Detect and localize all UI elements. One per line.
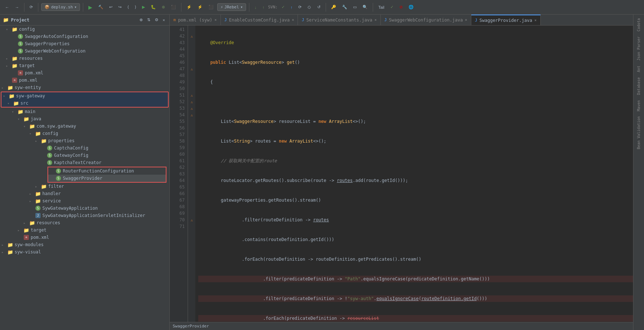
- toolbar-btn-checkmark[interactable]: ✓: [388, 4, 396, 11]
- forward-button[interactable]: →: [13, 4, 21, 11]
- tree-item-swagger-web[interactable]: S SwaggerWebConfiguration: [0, 47, 169, 55]
- play2-button[interactable]: ▶: [140, 4, 147, 11]
- debug-button[interactable]: 🐛: [149, 4, 158, 11]
- tree-item-target2[interactable]: ▸ 📁 target: [0, 226, 169, 234]
- tab-enable-close[interactable]: ×: [292, 18, 294, 22]
- sidebar-btn-4[interactable]: ×: [161, 17, 166, 23]
- tree-item-captcha[interactable]: S CaptchaConfig: [0, 144, 169, 152]
- tab-swagger-web-close[interactable]: ×: [465, 18, 467, 22]
- tree-item-properties[interactable]: ▸ 📁 properties: [0, 137, 169, 144]
- tree-label-syw-entity: syw-entity: [15, 85, 41, 90]
- toolbar-btn-translate[interactable]: 🌐: [406, 4, 416, 11]
- sidebar-btn-3[interactable]: ⚙: [153, 17, 160, 23]
- tree-item-main[interactable]: ▾ 📁 main: [0, 108, 169, 115]
- filename-bar: SwaggerProvider: [170, 322, 633, 330]
- tree-item-swagger-props[interactable]: S SwaggerProperties: [0, 40, 169, 47]
- tree-item-syw-servlet[interactable]: J SywGatewayApplicationServletInitialize…: [0, 212, 169, 219]
- refresh-button[interactable]: ⟳: [27, 4, 35, 11]
- tab-swagger-provider[interactable]: J SwaggerProvider.java ×: [471, 15, 541, 26]
- stop-button[interactable]: ⬛: [169, 4, 178, 11]
- tree-item-pom2[interactable]: m pom.xml: [0, 77, 169, 84]
- toolbar-btn-rect[interactable]: ▭: [351, 4, 359, 11]
- tree-item-syw-visual[interactable]: ▸ 📁 syw-visual: [0, 248, 169, 256]
- toolbar-btn-5[interactable]: ⚡: [184, 4, 194, 11]
- coverage-button[interactable]: ⊕: [160, 4, 167, 11]
- tree-item-swagger-auto[interactable]: S SwaggerAutoConfiguration: [0, 33, 169, 40]
- tree-item-java[interactable]: ▾ 📁 java: [0, 115, 169, 123]
- right-item-database[interactable]: Database: [635, 75, 642, 97]
- right-item-bean[interactable]: Bean Validation: [635, 114, 642, 151]
- gutter-68: [188, 203, 195, 210]
- tab-swagger-web-label: SwaggerWebConfiguration.java: [389, 18, 463, 23]
- folder-icon: 📁: [3, 17, 9, 23]
- line-50: .filter(routeDefinition -> routes: [198, 217, 633, 223]
- right-sidebar: Codota Json Parser Ant Database Maven Be…: [633, 15, 644, 330]
- tree-item-pom3[interactable]: m pom.xml: [0, 234, 169, 241]
- tree-item-syw-modules[interactable]: ▸ 📁 syw-modules: [0, 241, 169, 248]
- project-tree: ▾ 📁 config S SwaggerAutoConfiguration S …: [0, 26, 169, 256]
- tab-pom-xml[interactable]: m pom.xml (syw) ×: [170, 15, 221, 26]
- tree-label-src: src: [20, 101, 28, 106]
- toolbar-btn-7[interactable]: ⬛: [206, 4, 216, 11]
- toolbar-svn-btn5[interactable]: ↺: [315, 4, 323, 11]
- right-item-ant[interactable]: Ant: [635, 63, 642, 74]
- toolbar-btn-6[interactable]: ⚡: [195, 4, 205, 11]
- tree-item-syw-app[interactable]: S SywGatewayApplication: [0, 205, 169, 212]
- gutter-52: ⚠: [188, 98, 195, 105]
- right-item-maven[interactable]: Maven: [635, 98, 642, 113]
- toolbar-btn-wrench[interactable]: 🔧: [340, 4, 349, 11]
- deploy-button[interactable]: 📦 deploy.sh ▾: [41, 3, 80, 11]
- toolbar-svn-btn1[interactable]: ✓: [279, 4, 287, 11]
- toolbar-svn-update[interactable]: ↓: [252, 4, 259, 11]
- tree-item-kaptcha[interactable]: S KaptchaTextCreator: [0, 159, 169, 166]
- tree-item-router[interactable]: S RouterFunctionConfiguration: [48, 167, 166, 175]
- tree-item-src[interactable]: ▾ 📁 src: [1, 100, 168, 107]
- tree-item-resources2[interactable]: ▸ 📁 resources: [0, 219, 169, 226]
- nav-left-button[interactable]: ⟨: [125, 4, 131, 11]
- code-content[interactable]: @Override public List<SwaggerResource> g…: [195, 26, 633, 322]
- toolbar-btn-search[interactable]: 🔍: [360, 4, 370, 11]
- toolbar-btn-no[interactable]: ⊘: [397, 4, 405, 11]
- tail-button[interactable]: Tail: [376, 4, 387, 11]
- redo-button[interactable]: ↪: [116, 4, 124, 11]
- jrebel-button[interactable]: ⚡ JRebel ▾: [217, 3, 246, 11]
- tree-item-handler[interactable]: ▸ 📁 handler: [0, 190, 169, 197]
- tab-enable-custom[interactable]: J EnableCustomConfig.java ×: [221, 15, 298, 26]
- tree-item-syw-entity[interactable]: ▸ 📁 syw-entity: [0, 84, 169, 91]
- tree-label-target: target: [19, 63, 35, 68]
- tab-swagger-web-config[interactable]: J SwaggerWebConfiguration.java ×: [381, 15, 471, 26]
- toolbar-svn-btn2[interactable]: ↑: [288, 4, 295, 11]
- expand-arrow-target: ▸: [6, 64, 12, 68]
- tree-item-swagger-provider[interactable]: S SwaggerProvider: [48, 175, 166, 182]
- tree-item-service[interactable]: ▸ 📁 service: [0, 197, 169, 205]
- undo-button[interactable]: ↩: [107, 4, 115, 11]
- run-button[interactable]: ▶: [86, 3, 95, 11]
- expand-arrow-config2: ▾: [29, 132, 35, 136]
- tree-item-resources[interactable]: ▸ 📁 resources: [0, 55, 169, 62]
- tree-item-gateway-config[interactable]: S GatewayConfig: [0, 152, 169, 159]
- sidebar-btn-2[interactable]: ⇅: [146, 17, 152, 23]
- tree-item-target[interactable]: ▸ 📁 target: [0, 62, 169, 69]
- tree-item-filter[interactable]: ▸ 📁 filter: [0, 183, 169, 190]
- tab-service-name[interactable]: J ServiceNameConstants.java ×: [298, 15, 380, 26]
- tab-swagger-provider-close[interactable]: ×: [534, 18, 537, 22]
- toolbar-svn-btn4[interactable]: ⏲: [305, 4, 314, 11]
- tab-pom-close[interactable]: ×: [215, 18, 217, 22]
- sidebar-btn-1[interactable]: ⊕: [138, 17, 144, 23]
- toolbar-svn-btn3[interactable]: ⟳: [296, 4, 304, 11]
- expand-arrow-handler: ▸: [29, 192, 35, 196]
- tree-item-syw-gateway[interactable]: ▾ 📁 syw-gateway: [1, 92, 168, 100]
- tree-item-package[interactable]: ▾ 📁 com.syw.gateway: [0, 123, 169, 130]
- toolbar-btn-key[interactable]: 🔑: [329, 4, 338, 11]
- folder-icon-main: 📁: [18, 109, 23, 114]
- back-button[interactable]: ←: [3, 4, 11, 11]
- tree-item-config2[interactable]: ▾ 📁 config: [0, 130, 169, 137]
- build-button[interactable]: 🔨: [96, 4, 106, 11]
- toolbar-svn-commit[interactable]: ↑: [260, 4, 267, 11]
- nav-right-button[interactable]: ⟩: [133, 4, 138, 11]
- tree-item-pom1[interactable]: m pom.xml: [0, 69, 169, 77]
- tab-service-close[interactable]: ×: [375, 18, 377, 22]
- right-item-codota[interactable]: Codota: [635, 16, 642, 34]
- tree-item-config[interactable]: ▾ 📁 config: [0, 26, 169, 33]
- right-item-json[interactable]: Json Parser: [635, 34, 642, 63]
